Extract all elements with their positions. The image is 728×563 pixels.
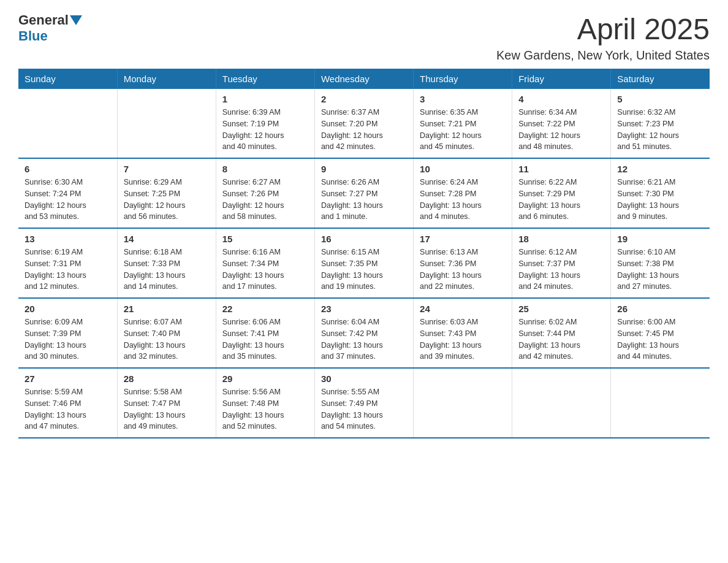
calendar-cell: 1Sunrise: 6:39 AM Sunset: 7:19 PM Daylig… — [216, 89, 314, 158]
day-info: Sunrise: 6:39 AM Sunset: 7:19 PM Dayligh… — [222, 107, 308, 153]
calendar-header-row: SundayMondayTuesdayWednesdayThursdayFrid… — [18, 69, 710, 89]
calendar-week-row: 20Sunrise: 6:09 AM Sunset: 7:39 PM Dayli… — [18, 298, 710, 368]
day-number: 16 — [321, 234, 407, 244]
day-number: 26 — [617, 304, 703, 314]
day-info: Sunrise: 6:07 AM Sunset: 7:40 PM Dayligh… — [124, 316, 210, 362]
day-number: 20 — [25, 304, 111, 314]
day-info: Sunrise: 6:27 AM Sunset: 7:26 PM Dayligh… — [222, 177, 308, 223]
calendar-cell: 20Sunrise: 6:09 AM Sunset: 7:39 PM Dayli… — [18, 298, 117, 368]
calendar-cell: 27Sunrise: 5:59 AM Sunset: 7:46 PM Dayli… — [18, 368, 117, 438]
day-number: 14 — [124, 234, 210, 244]
day-info: Sunrise: 6:02 AM Sunset: 7:44 PM Dayligh… — [518, 316, 604, 362]
day-number: 21 — [124, 304, 210, 314]
calendar-cell: 19Sunrise: 6:10 AM Sunset: 7:38 PM Dayli… — [611, 228, 710, 298]
day-number: 13 — [25, 234, 111, 244]
day-info: Sunrise: 6:03 AM Sunset: 7:43 PM Dayligh… — [420, 316, 506, 362]
day-number: 4 — [518, 94, 604, 104]
day-number: 17 — [420, 234, 506, 244]
day-info: Sunrise: 6:16 AM Sunset: 7:34 PM Dayligh… — [222, 247, 308, 293]
day-info: Sunrise: 6:18 AM Sunset: 7:33 PM Dayligh… — [124, 247, 210, 293]
month-title: April 2025 — [496, 12, 710, 46]
day-info: Sunrise: 5:55 AM Sunset: 7:49 PM Dayligh… — [321, 386, 407, 432]
calendar-cell: 25Sunrise: 6:02 AM Sunset: 7:44 PM Dayli… — [512, 298, 611, 368]
day-info: Sunrise: 6:24 AM Sunset: 7:28 PM Dayligh… — [420, 177, 506, 223]
calendar-cell: 9Sunrise: 6:26 AM Sunset: 7:27 PM Daylig… — [314, 158, 413, 228]
day-number: 7 — [124, 164, 210, 174]
logo: General Blue — [18, 12, 83, 44]
day-number: 2 — [321, 94, 407, 104]
day-number: 11 — [518, 164, 604, 174]
day-info: Sunrise: 6:21 AM Sunset: 7:30 PM Dayligh… — [617, 177, 703, 223]
day-number: 12 — [617, 164, 703, 174]
calendar-cell: 6Sunrise: 6:30 AM Sunset: 7:24 PM Daylig… — [18, 158, 117, 228]
day-number: 8 — [222, 164, 308, 174]
day-number: 18 — [518, 234, 604, 244]
calendar-cell — [512, 368, 611, 438]
day-info: Sunrise: 6:06 AM Sunset: 7:41 PM Dayligh… — [222, 316, 308, 362]
day-info: Sunrise: 6:12 AM Sunset: 7:37 PM Dayligh… — [518, 247, 604, 293]
logo-blue-text: Blue — [18, 28, 48, 44]
day-number: 22 — [222, 304, 308, 314]
day-info: Sunrise: 6:22 AM Sunset: 7:29 PM Dayligh… — [518, 177, 604, 223]
calendar-cell: 12Sunrise: 6:21 AM Sunset: 7:30 PM Dayli… — [611, 158, 710, 228]
calendar-week-row: 1Sunrise: 6:39 AM Sunset: 7:19 PM Daylig… — [18, 89, 710, 158]
calendar-cell: 17Sunrise: 6:13 AM Sunset: 7:36 PM Dayli… — [414, 228, 512, 298]
day-info: Sunrise: 5:56 AM Sunset: 7:48 PM Dayligh… — [222, 386, 308, 432]
header-day-friday: Friday — [512, 69, 611, 89]
day-number: 27 — [25, 373, 111, 384]
calendar-cell: 29Sunrise: 5:56 AM Sunset: 7:48 PM Dayli… — [216, 368, 314, 438]
header-day-saturday: Saturday — [611, 69, 710, 89]
calendar-cell — [414, 368, 512, 438]
calendar-cell: 4Sunrise: 6:34 AM Sunset: 7:22 PM Daylig… — [512, 89, 611, 158]
day-info: Sunrise: 6:37 AM Sunset: 7:20 PM Dayligh… — [321, 107, 407, 153]
calendar-cell: 5Sunrise: 6:32 AM Sunset: 7:23 PM Daylig… — [611, 89, 710, 158]
calendar-cell: 8Sunrise: 6:27 AM Sunset: 7:26 PM Daylig… — [216, 158, 314, 228]
day-info: Sunrise: 6:29 AM Sunset: 7:25 PM Dayligh… — [124, 177, 210, 223]
header-day-tuesday: Tuesday — [216, 69, 314, 89]
calendar-week-row: 27Sunrise: 5:59 AM Sunset: 7:46 PM Dayli… — [18, 368, 710, 438]
calendar-cell: 13Sunrise: 6:19 AM Sunset: 7:31 PM Dayli… — [18, 228, 117, 298]
header-day-sunday: Sunday — [18, 69, 117, 89]
day-info: Sunrise: 5:59 AM Sunset: 7:46 PM Dayligh… — [25, 386, 111, 432]
calendar-cell: 18Sunrise: 6:12 AM Sunset: 7:37 PM Dayli… — [512, 228, 611, 298]
logo-triangle-icon — [70, 15, 82, 25]
day-number: 23 — [321, 304, 407, 314]
calendar-cell: 2Sunrise: 6:37 AM Sunset: 7:20 PM Daylig… — [314, 89, 413, 158]
calendar-cell: 15Sunrise: 6:16 AM Sunset: 7:34 PM Dayli… — [216, 228, 314, 298]
calendar-cell: 23Sunrise: 6:04 AM Sunset: 7:42 PM Dayli… — [314, 298, 413, 368]
header-day-thursday: Thursday — [414, 69, 512, 89]
calendar-cell — [18, 89, 117, 158]
page-header: General Blue April 2025 Kew Gardens, New… — [18, 12, 710, 63]
calendar-cell: 24Sunrise: 6:03 AM Sunset: 7:43 PM Dayli… — [414, 298, 512, 368]
calendar-cell: 14Sunrise: 6:18 AM Sunset: 7:33 PM Dayli… — [117, 228, 216, 298]
calendar-week-row: 13Sunrise: 6:19 AM Sunset: 7:31 PM Dayli… — [18, 228, 710, 298]
title-area: April 2025 Kew Gardens, New York, United… — [496, 12, 710, 63]
day-info: Sunrise: 6:13 AM Sunset: 7:36 PM Dayligh… — [420, 247, 506, 293]
day-number: 28 — [124, 373, 210, 384]
day-info: Sunrise: 6:35 AM Sunset: 7:21 PM Dayligh… — [420, 107, 506, 153]
calendar-cell: 30Sunrise: 5:55 AM Sunset: 7:49 PM Dayli… — [314, 368, 413, 438]
day-number: 30 — [321, 373, 407, 384]
day-info: Sunrise: 6:09 AM Sunset: 7:39 PM Dayligh… — [25, 316, 111, 362]
calendar-cell — [611, 368, 710, 438]
header-day-wednesday: Wednesday — [314, 69, 413, 89]
calendar-cell — [117, 89, 216, 158]
calendar-cell: 16Sunrise: 6:15 AM Sunset: 7:35 PM Dayli… — [314, 228, 413, 298]
day-number: 19 — [617, 234, 703, 244]
day-info: Sunrise: 5:58 AM Sunset: 7:47 PM Dayligh… — [124, 386, 210, 432]
day-info: Sunrise: 6:00 AM Sunset: 7:45 PM Dayligh… — [617, 316, 703, 362]
day-info: Sunrise: 6:34 AM Sunset: 7:22 PM Dayligh… — [518, 107, 604, 153]
calendar-cell: 26Sunrise: 6:00 AM Sunset: 7:45 PM Dayli… — [611, 298, 710, 368]
day-info: Sunrise: 6:26 AM Sunset: 7:27 PM Dayligh… — [321, 177, 407, 223]
day-info: Sunrise: 6:32 AM Sunset: 7:23 PM Dayligh… — [617, 107, 703, 153]
calendar-table: SundayMondayTuesdayWednesdayThursdayFrid… — [18, 69, 710, 439]
day-info: Sunrise: 6:15 AM Sunset: 7:35 PM Dayligh… — [321, 247, 407, 293]
day-info: Sunrise: 6:30 AM Sunset: 7:24 PM Dayligh… — [25, 177, 111, 223]
day-number: 15 — [222, 234, 308, 244]
day-info: Sunrise: 6:10 AM Sunset: 7:38 PM Dayligh… — [617, 247, 703, 293]
day-number: 5 — [617, 94, 703, 104]
day-number: 29 — [222, 373, 308, 384]
calendar-cell: 11Sunrise: 6:22 AM Sunset: 7:29 PM Dayli… — [512, 158, 611, 228]
day-info: Sunrise: 6:19 AM Sunset: 7:31 PM Dayligh… — [25, 247, 111, 293]
day-number: 25 — [518, 304, 604, 314]
